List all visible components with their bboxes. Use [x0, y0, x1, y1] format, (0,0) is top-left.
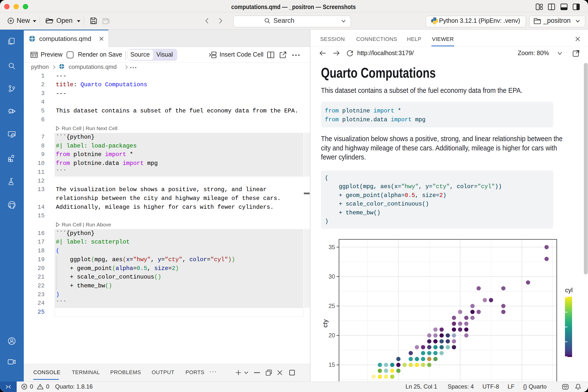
svg-text:35: 35: [328, 244, 335, 250]
svg-text:cyl: cyl: [565, 287, 573, 294]
svg-text:15: 15: [328, 362, 335, 368]
svg-text:25: 25: [328, 302, 335, 309]
svg-text:30: 30: [328, 273, 335, 280]
svg-text:cty: cty: [322, 319, 329, 327]
svg-text:20: 20: [328, 332, 335, 338]
